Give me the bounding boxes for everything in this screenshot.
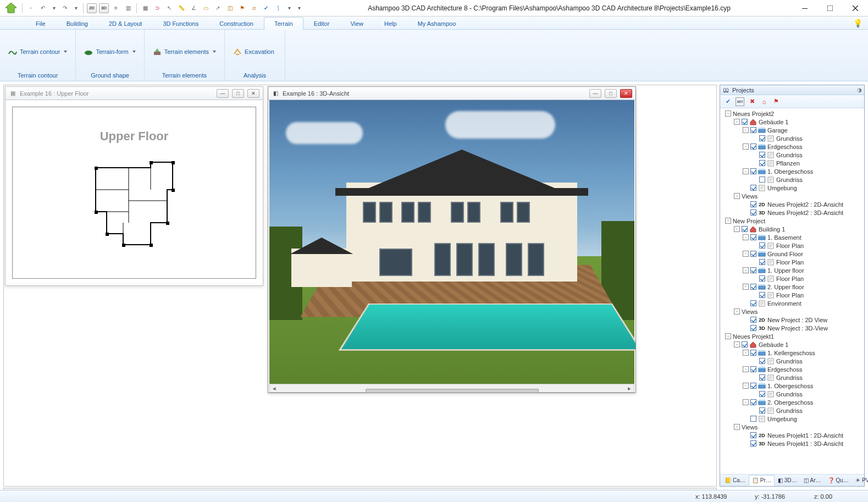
expander-icon[interactable]: - (734, 424, 740, 430)
tree-row[interactable]: Floor Plan (720, 274, 864, 283)
tree-row[interactable]: -Neues Projekt2 (720, 109, 864, 118)
checkbox[interactable] (750, 432, 756, 438)
expander-icon[interactable]: - (734, 341, 740, 347)
tree-row[interactable]: -Views (720, 192, 864, 200)
panel-tab-3[interactable]: ◫Ar… (800, 475, 825, 486)
tree-row[interactable]: -Gebäude 1 (720, 340, 864, 349)
expander-icon[interactable]: - (743, 267, 749, 273)
checkbox[interactable] (742, 119, 748, 125)
ribbon-terrain-contour-button[interactable]: Terrain contour (4, 32, 71, 71)
expander-icon[interactable]: - (743, 251, 749, 257)
select-icon[interactable]: ▭ (201, 3, 211, 13)
checkbox[interactable] (750, 267, 756, 273)
tree-row[interactable]: Grundriss (720, 151, 864, 159)
tree-row[interactable]: Environment (720, 299, 864, 307)
rename-icon[interactable]: abl (736, 97, 744, 106)
pin-icon[interactable]: ◑ (857, 87, 862, 93)
menu-2d-layout[interactable]: 2D & Layout (98, 17, 153, 30)
min-button[interactable]: — (217, 89, 229, 98)
close-button[interactable]: ✕ (247, 89, 259, 98)
tree-row[interactable]: -1. Upper floor (720, 266, 864, 274)
tree-row[interactable]: -Building 1 (720, 225, 864, 233)
expander-icon[interactable]: - (743, 168, 749, 174)
expander-icon[interactable]: - (734, 308, 740, 315)
tree-row[interactable]: 3DNew Project : 3D-View (720, 324, 864, 332)
max-button[interactable]: □ (232, 89, 244, 98)
tree-row[interactable]: -Neues Projekt1 (720, 332, 864, 340)
window-split-icon[interactable]: ◫ (225, 3, 235, 13)
expander-icon[interactable]: - (743, 350, 749, 356)
checkbox[interactable] (750, 251, 756, 257)
checkbox[interactable] (750, 383, 756, 389)
tree-row[interactable]: Grundriss (720, 175, 864, 184)
toggle-3d-button[interactable]: 3D (99, 3, 109, 13)
checkbox[interactable] (750, 201, 756, 207)
tree-row[interactable]: Grundriss (720, 357, 864, 365)
checkbox[interactable] (759, 259, 765, 265)
ruler-icon[interactable]: ⧄ (249, 3, 259, 13)
menu-3d-functions[interactable]: 3D Functions (152, 17, 209, 30)
projects-tree[interactable]: -Neues Projekt2-Gebäude 1-GarageGrundris… (720, 108, 864, 474)
tree-row[interactable]: -New Project (720, 217, 864, 225)
panel-tab-0[interactable]: 📒Ca… (721, 475, 749, 486)
view-3d-titlebar[interactable]: ◧ Example 16 : 3D-Ansicht — □ ✕ (268, 87, 635, 100)
cursor-icon[interactable]: ↖ (164, 3, 174, 13)
ribbon-terrain-form-button[interactable]: Terrain-form (80, 32, 139, 71)
panel-tab-2[interactable]: ◧3D… (775, 475, 800, 486)
menu-construction[interactable]: Construction (209, 17, 264, 30)
paint-icon[interactable]: ⟆ (273, 3, 283, 13)
ribbon-terrain-elements-button[interactable]: Terrain elements (149, 32, 220, 71)
view-3d-window[interactable]: ◧ Example 16 : 3D-Ansicht — □ ✕ (268, 86, 636, 393)
redo-caret-icon[interactable]: ▾ (72, 3, 80, 13)
close-button[interactable]: ✕ (620, 89, 632, 98)
tree-row[interactable]: -1. Basement (720, 233, 864, 241)
tree-row[interactable]: -Erdgeschoss (720, 365, 864, 373)
panel-tab-5[interactable]: ☀PV… (852, 475, 868, 486)
expander-icon[interactable]: - (725, 218, 731, 224)
tree-row[interactable]: Floor Plan (720, 241, 864, 250)
menu-file[interactable]: File (25, 17, 56, 30)
checkbox[interactable] (750, 234, 756, 240)
check-icon[interactable]: ✔ (261, 3, 271, 13)
tree-row[interactable]: Umgebung (720, 415, 864, 423)
view-2d-titlebar[interactable]: ▦ Example 16 : Upper Floor — □ ✕ (5, 87, 263, 100)
menu-terrain[interactable]: Terrain (264, 17, 303, 30)
tree-row[interactable]: -1. Obergeschoss (720, 167, 864, 175)
checkbox[interactable] (750, 144, 756, 150)
tree-row[interactable]: Pflanzen (720, 159, 864, 167)
tree-row[interactable]: 3DNeues Projekt2 : 3D-Ansicht (720, 208, 864, 217)
grid-rows-icon[interactable]: ≡ (111, 3, 121, 13)
checkbox[interactable] (759, 176, 765, 183)
checkbox[interactable] (750, 300, 756, 306)
expander-icon[interactable]: - (734, 226, 740, 232)
menu-my-ashampoo[interactable]: My Ashampoo (407, 17, 467, 30)
floorplan-canvas[interactable]: Upper Floor (12, 107, 256, 279)
expander-icon[interactable]: - (743, 366, 749, 372)
new-icon[interactable]: ▫ (26, 3, 36, 13)
tree-row[interactable]: -Erdgeschoss (720, 142, 864, 151)
grid-icon[interactable]: ▦ (140, 3, 150, 13)
pointer-icon[interactable]: ↗ (213, 3, 223, 13)
delete-icon[interactable]: ✖ (748, 97, 756, 106)
tree-row[interactable]: 2DNeues Projekt1 : 2D-Ansicht (720, 431, 864, 439)
expander-icon[interactable]: - (743, 284, 749, 290)
expander-icon[interactable]: - (725, 333, 731, 339)
panel-tab-4[interactable]: ❓Qu… (825, 475, 852, 486)
expander-icon[interactable]: - (743, 399, 749, 405)
checkbox[interactable] (759, 391, 765, 397)
checkbox[interactable] (759, 275, 765, 282)
paint-caret-icon[interactable]: ▾ (285, 3, 293, 13)
tree-row[interactable]: -Views (720, 307, 864, 316)
maximize-button[interactable] (817, 0, 843, 16)
panel-tab-1[interactable]: 📋Pr… (749, 475, 775, 486)
checkbox[interactable] (759, 152, 765, 158)
undo-caret-icon[interactable]: ▾ (50, 3, 58, 13)
tree-row[interactable]: -Views (720, 423, 864, 431)
tree-row[interactable]: Grundriss (720, 406, 864, 415)
expander-icon[interactable]: - (743, 144, 749, 150)
toggle-2d-button[interactable]: 2D (87, 3, 97, 13)
checkbox[interactable] (750, 366, 756, 372)
menu-help[interactable]: Help (374, 17, 407, 30)
checkbox[interactable] (750, 440, 756, 446)
tree-row[interactable]: 3DNeues Projekt1 : 3D-Ansicht (720, 439, 864, 448)
